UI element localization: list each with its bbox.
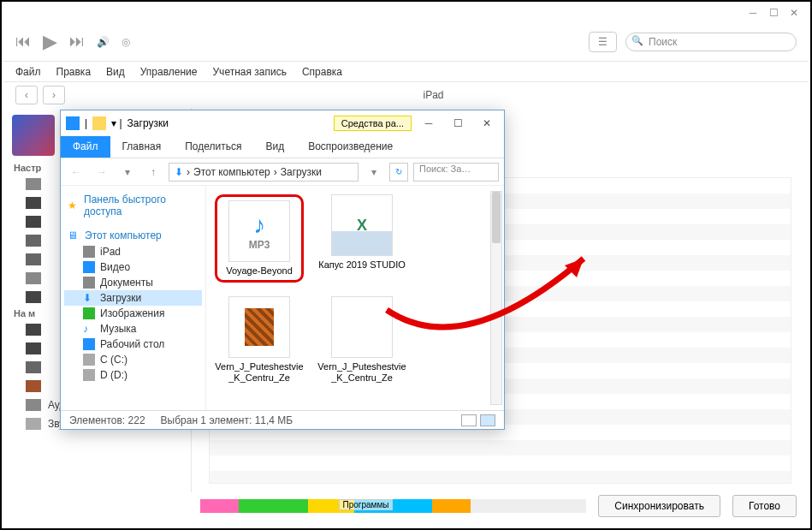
explorer-close[interactable]: ✕ <box>475 114 499 133</box>
nav-c[interactable]: C (C:) <box>64 352 202 367</box>
rar-icon <box>228 296 290 358</box>
file-name: Vern_J_Puteshestvie_K_Centru_Ze <box>215 361 304 384</box>
menu-file[interactable]: Файл <box>15 66 41 78</box>
volume-icon[interactable]: 🔊 <box>97 36 110 48</box>
ribbon: Файл Главная Поделиться Вид Воспроизведе… <box>61 136 504 158</box>
status-count: Элементов: 222 <box>69 414 145 426</box>
menu-controls[interactable]: Управление <box>140 66 198 78</box>
ribbon-view[interactable]: Вид <box>253 136 296 158</box>
file-xls[interactable]: Капус 2019 STUDIO <box>317 194 406 283</box>
crumb-folder[interactable]: Загрузки <box>281 166 322 178</box>
xls-icon <box>331 194 393 256</box>
nav-back[interactable]: ← <box>66 163 86 182</box>
storage-bar: Программы <box>200 499 586 513</box>
txt-icon <box>331 296 393 358</box>
done-button[interactable]: Готово <box>732 495 797 517</box>
file-mp3[interactable]: ♪MP3 Voyage-Beyond <box>215 194 304 283</box>
nav-desktop[interactable]: Рабочий стол <box>64 336 202 352</box>
explorer-nav: ★Панель быстрого доступа 🖥Этот компьютер… <box>61 186 206 410</box>
explorer-minimize[interactable]: ─ <box>417 114 441 133</box>
prev-icon[interactable]: ⏮ <box>15 33 31 51</box>
view-details-button[interactable] <box>461 414 477 426</box>
explorer-title: Загрузки <box>127 117 169 129</box>
refresh-button[interactable]: ↻ <box>389 163 408 182</box>
nav-music[interactable]: ♪Музыка <box>64 321 202 336</box>
titlebar: ─ ☐ ✕ <box>3 3 809 22</box>
quick-separator2: ▾ | <box>111 117 122 129</box>
minimize-button[interactable]: ─ <box>745 6 761 20</box>
menubar: Файл Правка Вид Управление Учетная запис… <box>3 62 809 82</box>
quick-separator: | <box>85 117 87 129</box>
nav-images[interactable]: Изображения <box>64 306 202 321</box>
file-name: Капус 2019 STUDIO <box>318 259 406 271</box>
view-icons-button[interactable] <box>480 414 495 426</box>
file-name: Voyage-Beyond <box>226 265 293 277</box>
menu-edit[interactable]: Правка <box>56 66 92 78</box>
status-bar: Элементов: 222 Выбран 1 элемент: 11,4 МБ <box>61 410 504 429</box>
view-list-button[interactable]: ☰ <box>589 32 617 52</box>
menu-account[interactable]: Учетная запись <box>213 66 287 78</box>
player-toolbar: ⏮ ▶ ⏭ 🔊 ◎ ☰ Поиск <box>3 22 809 62</box>
nav-recent[interactable]: ▾ <box>117 163 138 182</box>
nav-downloads[interactable]: ⬇Загрузки <box>64 290 202 306</box>
file-pane[interactable]: ♪MP3 Voyage-Beyond Капус 2019 STUDIO Ver… <box>206 186 504 410</box>
ribbon-play[interactable]: Воспроизведение <box>296 136 405 158</box>
next-icon[interactable]: ⏭ <box>69 33 85 51</box>
file-name: Vern_J_Puteshestvie_K_Centru_Ze <box>317 361 406 384</box>
back-button[interactable]: ‹ <box>15 86 38 104</box>
close-button[interactable]: ✕ <box>786 6 802 20</box>
device-thumbnail[interactable] <box>12 115 55 156</box>
crumb-drop[interactable]: ▾ <box>364 163 384 182</box>
nav-forward[interactable]: → <box>92 163 112 182</box>
nav-docs[interactable]: Документы <box>64 275 202 290</box>
storage-label: Программы <box>339 499 392 510</box>
download-icon: ⬇ <box>175 166 183 178</box>
ribbon-share[interactable]: Поделиться <box>173 136 253 158</box>
search-input[interactable]: Поиск <box>625 33 797 51</box>
ribbon-file[interactable]: Файл <box>61 136 110 158</box>
nav-row: ‹ › iPad <box>3 82 809 108</box>
forward-button[interactable]: › <box>43 86 65 104</box>
tools-tab[interactable]: Средства ра... <box>334 116 412 131</box>
address-bar-row: ← → ▾ ↑ ⬇ › Этот компьютер › Загрузки ▾ … <box>61 158 504 186</box>
sync-button[interactable]: Синхронизировать <box>598 495 720 517</box>
page-title: iPad <box>70 89 797 101</box>
explorer-maximize[interactable]: ☐ <box>446 114 470 133</box>
nav-up[interactable]: ↑ <box>143 163 163 182</box>
explorer-titlebar: | ▾ | Загрузки Средства ра... ─ ☐ ✕ <box>61 110 504 136</box>
play-icon[interactable]: ▶ <box>43 31 57 53</box>
scrollbar[interactable] <box>490 191 502 405</box>
ribbon-home[interactable]: Главная <box>110 136 174 158</box>
file-txt[interactable]: Vern_J_Puteshestvie_K_Centru_Ze <box>317 296 406 384</box>
scrollbar-thumb[interactable] <box>492 192 501 243</box>
mp3-icon: ♪MP3 <box>228 200 290 262</box>
nav-d[interactable]: D (D:) <box>64 367 202 383</box>
breadcrumb[interactable]: ⬇ › Этот компьютер › Загрузки <box>169 163 359 182</box>
this-pc[interactable]: 🖥Этот компьютер <box>64 227 202 244</box>
nav-video[interactable]: Видео <box>64 259 202 275</box>
menu-view[interactable]: Вид <box>106 66 125 78</box>
quick-access[interactable]: ★Панель быстрого доступа <box>64 191 202 220</box>
file-rar[interactable]: Vern_J_Puteshestvie_K_Centru_Ze <box>215 296 304 384</box>
explorer-window: | ▾ | Загрузки Средства ра... ─ ☐ ✕ Файл… <box>60 110 505 430</box>
download-arrow-icon <box>66 116 80 130</box>
status-selection: Выбран 1 элемент: 11,4 МБ <box>161 414 293 426</box>
nav-ipad[interactable]: iPad <box>64 244 202 259</box>
folder-icon <box>92 116 106 130</box>
explorer-search[interactable]: Поиск: За… <box>413 163 499 182</box>
crumb-root[interactable]: Этот компьютер <box>193 166 270 178</box>
maximize-button[interactable]: ☐ <box>766 6 781 20</box>
menu-help[interactable]: Справка <box>302 66 342 78</box>
airplay-icon[interactable]: ◎ <box>122 36 130 48</box>
footer: Программы Синхронизировать Готово <box>200 491 797 521</box>
